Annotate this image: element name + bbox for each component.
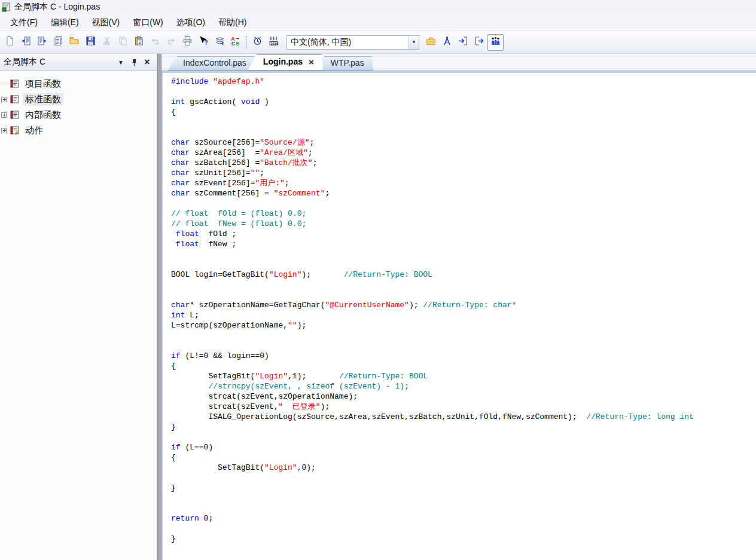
- sidebar-title: 全局脚本 C: [4, 57, 114, 68]
- toolbar-redo-button: [163, 34, 179, 51]
- code-line: strcat(szEvent,szOperationName);: [171, 391, 756, 402]
- code-line: char szBatch[256] ="Batch/批次";: [171, 158, 756, 168]
- app-icon: [2, 2, 11, 12]
- code-segment: (L==0): [181, 443, 214, 452]
- code-segment: char: [171, 158, 190, 167]
- code-segment: float: [176, 240, 199, 249]
- panel-splitter[interactable]: [157, 54, 161, 560]
- tab-label: Login.pas: [263, 57, 303, 66]
- expand-plus-icon[interactable]: [1, 97, 7, 102]
- paste-icon: [134, 36, 144, 48]
- code-line: [171, 331, 756, 341]
- toolbar-compass-button[interactable]: [439, 34, 455, 51]
- pin-icon[interactable]: [128, 56, 140, 68]
- toolbar-new-document-button[interactable]: [2, 34, 18, 51]
- tab-Login.pas[interactable]: Login.pas×: [248, 54, 324, 71]
- code-line: float fOld ;: [171, 229, 756, 239]
- tree-item-内部函数[interactable]: 内部函数: [0, 107, 157, 123]
- menu-item-file[interactable]: 文件(F): [4, 15, 44, 30]
- toolbar-doc-lines-button[interactable]: [50, 34, 66, 51]
- sidebar-header: 全局脚本 C ▼ ×: [0, 54, 157, 71]
- undo-icon: [150, 36, 160, 48]
- code-segment: "Login": [269, 270, 302, 279]
- menu-item-view[interactable]: 视图(V): [86, 15, 127, 30]
- help-pointer-icon: ?: [199, 36, 209, 48]
- tab-WTP.pas[interactable]: WTP.pas: [315, 56, 374, 71]
- script-icon: [10, 110, 20, 120]
- code-segment: strcat(szEvent,szOperationName);: [171, 392, 358, 401]
- code-segment: "apdefap.h": [213, 77, 264, 86]
- toolbar-sign-out-button[interactable]: [471, 34, 487, 51]
- tree-item-项目函数[interactable]: 项目函数: [0, 76, 157, 91]
- code-line: }: [171, 483, 756, 493]
- combo-dropdown-icon[interactable]: ▼: [409, 36, 419, 49]
- toolbar-help-pointer-button[interactable]: ?: [196, 34, 212, 51]
- toolbar-clock-trigger-button[interactable]: [249, 34, 266, 51]
- menu-item-edit[interactable]: 编辑(E): [44, 15, 86, 30]
- toolbar-users-button[interactable]: [487, 34, 504, 51]
- code-segment: fNew ;: [199, 240, 236, 249]
- toolbar-print-button[interactable]: [179, 34, 196, 51]
- svg-text:B: B: [236, 41, 240, 46]
- code-line: [171, 290, 756, 300]
- code-line: [171, 117, 756, 127]
- close-icon[interactable]: ×: [141, 56, 153, 68]
- code-line: {: [171, 107, 756, 117]
- code-line: [171, 473, 756, 483]
- code-segment: return: [171, 514, 199, 523]
- code-line: [171, 249, 756, 259]
- code-segment: char: [171, 189, 190, 198]
- compile-stack-icon: [215, 36, 225, 48]
- code-editor[interactable]: #include "apdefap.h" int gscAction( void…: [161, 73, 756, 560]
- menu-item-options[interactable]: 选项(O): [170, 15, 212, 30]
- menu-item-help[interactable]: 帮助(H): [212, 15, 253, 30]
- toolbar-toolbox-button[interactable]: [423, 34, 439, 51]
- code-segment: char: [171, 169, 190, 178]
- tree-item-动作[interactable]: 动作: [0, 123, 157, 138]
- code-segment: SetTagBit(: [171, 463, 264, 472]
- code-segment: {: [171, 362, 176, 371]
- code-segment: }: [171, 534, 176, 543]
- toolbar-undo-button: [147, 34, 163, 51]
- tree-item-label: 内部函数: [23, 109, 63, 121]
- menu-item-window[interactable]: 窗口(W): [126, 15, 170, 30]
- language-select-value: 中文(简体, 中国): [287, 37, 409, 48]
- script-icon: [10, 79, 20, 88]
- expand-plus-icon[interactable]: [1, 128, 7, 133]
- code-line: L=strcmp(szOperationName,"");: [171, 320, 756, 331]
- code-segment: // float fOld = (float) 0.0;: [171, 209, 306, 218]
- code-line: // float fNew = (float) 0.0;: [171, 219, 756, 229]
- tag-values-icon: 1010: [269, 36, 279, 48]
- toolbar-doc-arrow-out-button[interactable]: [34, 34, 50, 51]
- sign-in-icon: [458, 36, 468, 48]
- chevron-down-icon[interactable]: ▼: [115, 56, 127, 68]
- tree-item-label: 动作: [23, 124, 45, 137]
- code-segment: SetTagBit(: [171, 372, 255, 381]
- code-segment: #include: [171, 77, 208, 86]
- language-select[interactable]: 中文(简体, 中国)▼: [286, 35, 419, 50]
- toolbar-open-folder-button[interactable]: [66, 34, 83, 51]
- doc-arrow-in-icon: [21, 36, 31, 48]
- tab-IndexControl.pas[interactable]: IndexControl.pas: [167, 56, 256, 71]
- open-folder-icon: [69, 36, 80, 48]
- code-line: char szSource[256]="Source/源";: [171, 137, 756, 148]
- doc-arrow-out-icon: [37, 36, 47, 48]
- tab-close-icon[interactable]: ×: [309, 57, 314, 66]
- save-icon: [86, 36, 96, 48]
- toolbar-doc-arrow-in-button[interactable]: [18, 34, 34, 51]
- toolbar-save-button[interactable]: [83, 34, 99, 51]
- tree-item-label: 标准函数: [23, 93, 63, 106]
- code-segment: "": [251, 169, 260, 178]
- toolbar-paste-button[interactable]: [131, 34, 147, 51]
- code-line: BOOL login=GetTagBit("Login"); //Return-…: [171, 270, 756, 280]
- tree-item-标准函数[interactable]: 标准函数: [0, 91, 157, 107]
- toolbar-abc-syntax-button[interactable]: ACB: [228, 34, 244, 51]
- toolbar-compile-stack-button[interactable]: [212, 34, 228, 51]
- toolbar-tag-values-button[interactable]: 1010: [266, 34, 282, 51]
- code-segment: //Return-Type: long int: [586, 412, 693, 421]
- function-tree: 项目函数标准函数内部函数动作: [0, 71, 157, 560]
- code-segment: //strncpy(szEvent, , sizeof (szEvent) - …: [171, 382, 409, 391]
- code-segment: [171, 240, 176, 249]
- toolbar-sign-in-button[interactable]: [455, 34, 471, 51]
- expand-plus-icon[interactable]: [1, 112, 7, 118]
